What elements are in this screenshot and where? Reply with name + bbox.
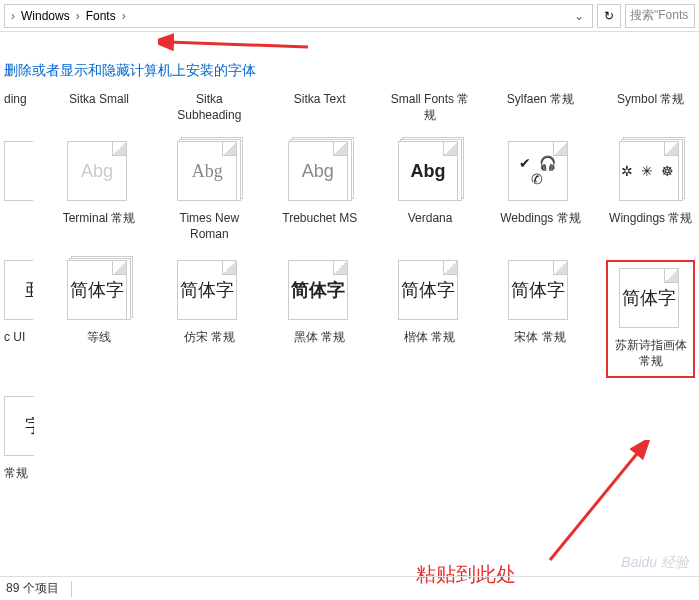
refresh-button[interactable]: ↻ [597, 4, 621, 28]
font-item[interactable]: Sitka Subheading [165, 92, 253, 123]
font-icon: 简体字 [508, 260, 572, 324]
font-icon: Abg [398, 141, 462, 205]
chevron-right-icon: › [74, 9, 82, 23]
font-item[interactable]: 简体字 黑体 常规 [275, 260, 363, 377]
font-item[interactable]: ✔ 🎧 ✆ Webdings 常规 [496, 141, 584, 242]
dropdown-icon[interactable]: ⌄ [570, 9, 588, 23]
breadcrumb-windows[interactable]: Windows [17, 9, 74, 23]
font-item[interactable]: Sitka Small [55, 92, 143, 123]
font-list: ding Sitka Small Sitka Subheading Sitka … [0, 92, 699, 496]
address-bar: › Windows › Fonts › ⌄ ↻ 搜索"Fonts [0, 0, 699, 32]
font-icon: Abg [177, 141, 241, 205]
status-bar: 89 个项目 [0, 576, 699, 600]
chevron-right-icon: › [120, 9, 128, 23]
chevron-right-icon: › [9, 9, 17, 23]
font-icon: 简体字 [398, 260, 462, 324]
watermark: Baidu 经验 [621, 554, 689, 572]
refresh-icon: ↻ [604, 9, 614, 23]
font-item[interactable]: 亜 c UI [4, 260, 33, 377]
font-row: 亜 c UI 简体字 等线 简体字 仿宋 常规 简体字 黑体 常规 简体字 楷体… [4, 260, 695, 377]
font-icon [4, 141, 33, 205]
font-icon: ✔ 🎧 ✆ [508, 141, 572, 205]
page-instruction: 删除或者显示和隐藏计算机上安装的字体 [0, 50, 699, 92]
font-icon: 简体字 [619, 268, 683, 332]
font-icon: Abg [67, 141, 131, 205]
font-item[interactable]: Small Fonts 常规 [386, 92, 474, 123]
font-item[interactable]: Abg Trebuchet MS [276, 141, 364, 242]
font-item[interactable]: 简体字 楷体 常规 [386, 260, 474, 377]
search-input[interactable]: 搜索"Fonts [625, 4, 695, 28]
font-item[interactable]: Sylfaen 常规 [496, 92, 584, 123]
font-item[interactable]: 简体字 宋体 常规 [496, 260, 584, 377]
item-count: 89 个项目 [6, 580, 59, 597]
font-item[interactable] [4, 141, 33, 242]
font-item[interactable]: Sitka Text [276, 92, 364, 123]
separator [71, 581, 72, 597]
font-item[interactable]: Abg Verdana [386, 141, 474, 242]
breadcrumb-fonts[interactable]: Fonts [82, 9, 120, 23]
font-row: Abg Terminal 常规 Abg Times New Roman Abg … [4, 141, 695, 242]
font-icon: 简体字 [177, 260, 241, 324]
font-row: 字 常规 [4, 396, 695, 496]
font-item[interactable]: Abg Terminal 常规 [55, 141, 143, 242]
font-row: ding Sitka Small Sitka Subheading Sitka … [4, 92, 695, 123]
search-placeholder: 搜索"Fonts [630, 7, 688, 24]
font-item-highlighted[interactable]: 简体字 苏新诗指画体 常规 [606, 260, 695, 377]
font-item[interactable]: Abg Times New Roman [165, 141, 253, 242]
font-item[interactable]: 字 常规 [4, 396, 34, 496]
font-icon: 亜 [4, 260, 33, 324]
font-item[interactable]: Symbol 常规 [607, 92, 695, 123]
svg-line-1 [168, 42, 308, 47]
font-item[interactable]: 简体字 等线 [55, 260, 143, 377]
font-icon: ✲ ✳ ☸ [619, 141, 683, 205]
font-item[interactable]: ding [4, 92, 33, 123]
breadcrumb[interactable]: › Windows › Fonts › ⌄ [4, 4, 593, 28]
font-icon: 简体字 [288, 260, 352, 324]
font-icon: 简体字 [67, 260, 131, 324]
font-icon: 字 [4, 396, 34, 460]
font-icon: Abg [288, 141, 352, 205]
font-item[interactable]: ✲ ✳ ☸ Wingdings 常规 [607, 141, 695, 242]
font-item[interactable]: 简体字 仿宋 常规 [165, 260, 253, 377]
